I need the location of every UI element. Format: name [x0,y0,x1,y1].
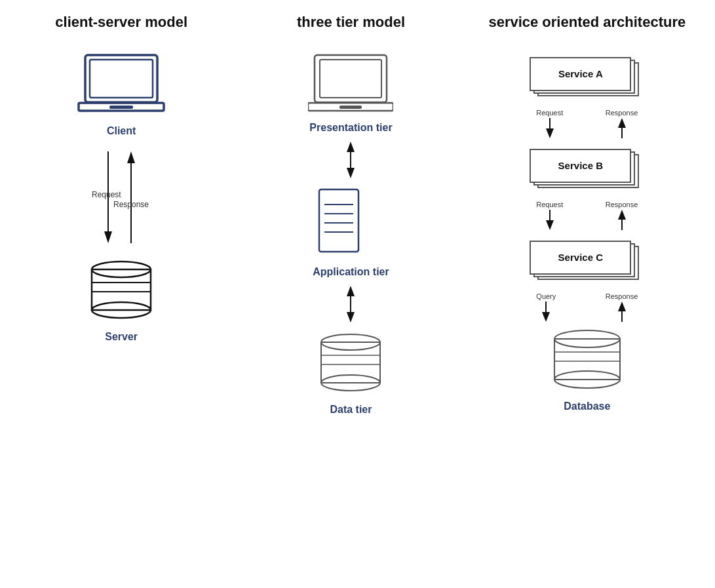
three-tier-title: three tier model [297,13,405,32]
client-server-arrow: Request Response [88,145,154,250]
soa-column: service oriented architecture Service A … [476,13,699,412]
svg-rect-15 [315,55,387,102]
presentation-label: Presentation tier [308,122,393,134]
up-arrow-ab [612,117,632,140]
response-label-bc: Response [606,201,638,208]
client-node: Client [75,52,167,137]
soa-database-node: Database [545,327,630,412]
laptop-icon [75,52,167,117]
svg-text:Request: Request [92,190,121,199]
double-arrow-2 [338,284,364,324]
presentation-node: Presentation tier [308,52,393,134]
service-c-box: Service C [530,241,631,275]
svg-marker-38 [618,118,626,128]
double-arrow-1 [338,140,364,180]
svg-marker-7 [127,151,135,163]
data-tier-label: Data tier [311,404,390,416]
svg-marker-5 [104,231,112,243]
svg-marker-21 [347,142,355,152]
app-server-icon [313,186,365,258]
svg-rect-3 [109,106,133,109]
svg-marker-40 [546,220,554,230]
client-server-title: client-server model [55,13,187,32]
response-label-ab: Response [606,109,638,117]
svg-rect-18 [339,106,362,109]
arrow-c-to-db: Query Response [530,292,644,323]
up-arrow-bc [612,208,632,231]
svg-marker-44 [542,312,550,322]
down-arrow-cdb [536,300,556,323]
svg-rect-1 [90,60,153,98]
up-arrow-cdb [612,300,632,323]
down-arrow-bc [540,208,560,231]
svg-rect-16 [320,60,381,98]
svg-rect-0 [85,55,157,102]
svg-text:Response: Response [113,200,149,209]
svg-marker-42 [618,210,626,220]
service-b-group: Service B [530,149,644,191]
svg-marker-20 [347,168,355,178]
server-node: Server [82,258,161,343]
soa-title: service oriented architecture [488,13,686,32]
query-label: Query [536,292,556,300]
svg-marker-28 [347,312,355,323]
client-label: Client [75,125,167,137]
service-a-group: Service A [530,57,644,100]
svg-marker-36 [546,128,554,138]
service-c-group: Service C [530,241,644,283]
bidirectional-arrow: Request Response [88,145,154,250]
arrow-b-to-c: Request Response [530,201,644,231]
service-a-box: Service A [530,57,631,91]
tier1-arrow [338,140,364,180]
service-b-box: Service B [530,149,631,183]
tier2-arrow [338,284,364,324]
soa-database-icon [545,327,630,393]
database-icon [82,258,161,323]
three-tier-column: three tier model Presentation tier [246,13,455,416]
laptop-outline-icon [308,52,393,114]
response-label-cdb: Response [606,292,638,300]
request-label-ab: Request [536,109,563,117]
diagram-container: client-server model Client [0,0,715,588]
arrow-a-to-b: Request Response [530,109,644,140]
svg-rect-22 [319,189,358,252]
data-tier-node: Data tier [311,330,390,416]
down-arrow-ab [540,117,560,140]
svg-marker-46 [618,302,626,311]
data-database-icon [311,330,390,396]
client-server-column: client-server model Client [16,13,226,343]
application-node: Application tier [313,186,389,278]
svg-marker-29 [347,286,355,296]
request-label-bc: Request [536,201,563,208]
application-label: Application tier [313,266,389,278]
server-label: Server [82,331,161,343]
database-label: Database [545,401,630,412]
